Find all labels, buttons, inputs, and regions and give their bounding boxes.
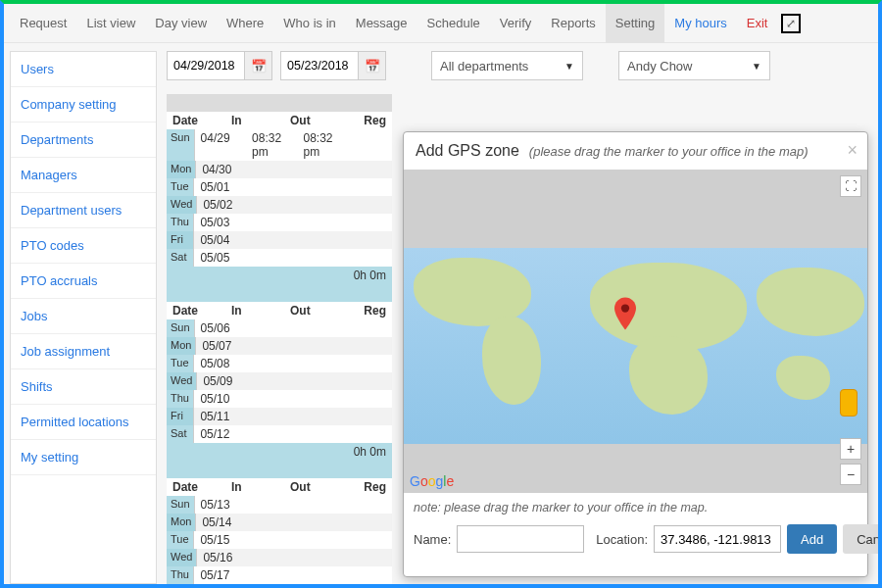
nav-exit[interactable]: Exit [737, 4, 778, 43]
nav-message[interactable]: Message [346, 4, 417, 43]
nav-where[interactable]: Where [217, 4, 273, 43]
week-summary: 0h 0m [167, 267, 392, 284]
nav-day-view[interactable]: Day view [145, 4, 217, 43]
sidebar-item-pto-accruals[interactable]: PTO accruals [11, 264, 156, 299]
table-row[interactable]: Fri05/11 [167, 408, 392, 425]
sidebar-item-shifts[interactable]: Shifts [11, 369, 156, 405]
app-frame: RequestList viewDay viewWhereWho is inMe… [0, 0, 882, 588]
date-from-input[interactable] [168, 52, 244, 79]
sidebar-item-departments[interactable]: Departments [11, 122, 156, 158]
date-to-input[interactable] [281, 52, 358, 79]
zoom-in-button[interactable]: + [840, 438, 861, 460]
google-logo: Google [410, 473, 454, 489]
close-icon[interactable]: × [847, 140, 858, 161]
table-row[interactable]: Wed05/16 [167, 549, 392, 566]
fullscreen-icon[interactable]: ⛶ [840, 175, 861, 197]
calendar-icon[interactable]: 📅 [358, 52, 385, 79]
timesheet-grid: DateInOutRegSun04/2908:32 pm08:32 pmMon0… [167, 94, 392, 588]
sidebar: UsersCompany settingDepartmentsManagersD… [10, 51, 157, 584]
modal-title: Add GPS zone [416, 142, 519, 160]
modal-header: Add GPS zone (please drag the marker to … [404, 132, 867, 170]
zoom-out-button[interactable]: − [840, 464, 861, 485]
table-row[interactable]: Thu05/03 [167, 214, 392, 231]
sidebar-item-pto-codes[interactable]: PTO codes [11, 228, 156, 264]
sidebar-item-managers[interactable]: Managers [11, 158, 156, 193]
table-row[interactable]: Sun04/2908:32 pm08:32 pm [167, 129, 392, 161]
table-row[interactable]: Tue05/08 [167, 355, 392, 372]
table-row[interactable]: Thu05/17 [167, 566, 392, 584]
sidebar-item-department-users[interactable]: Department users [11, 193, 156, 228]
nav-verify[interactable]: Verify [490, 4, 542, 43]
location-input[interactable] [654, 525, 781, 553]
table-row[interactable]: Wed05/02 [167, 196, 392, 214]
add-button[interactable]: Add [787, 524, 837, 554]
sidebar-item-job-assignment[interactable]: Job assignment [11, 334, 156, 369]
expand-icon[interactable]: ⤢ [781, 14, 801, 33]
nav-reports[interactable]: Reports [541, 4, 606, 43]
map-marker[interactable] [614, 297, 636, 333]
department-value: All departments [440, 59, 528, 74]
map-controls: + − [840, 389, 861, 485]
zone-name-input[interactable] [457, 525, 584, 553]
date-to: 📅 [280, 51, 386, 80]
modal-form: Name: Location: Add Cancel [414, 524, 858, 554]
nav-setting[interactable]: Setting [606, 4, 664, 43]
nav-list-view[interactable]: List view [76, 4, 145, 43]
sidebar-item-users[interactable]: Users [11, 52, 156, 87]
name-label: Name: [414, 532, 451, 547]
table-row[interactable]: Tue05/01 [167, 178, 392, 196]
sidebar-item-jobs[interactable]: Jobs [11, 299, 156, 334]
table-row[interactable]: Sun05/13 [167, 496, 392, 514]
table-row[interactable]: Wed05/09 [167, 372, 392, 390]
nav-schedule[interactable]: Schedule [417, 4, 490, 43]
user-value: Andy Chow [627, 59, 692, 74]
table-row[interactable]: Mon05/07 [167, 337, 392, 355]
calendar-icon[interactable]: 📅 [244, 52, 271, 79]
sidebar-item-permitted-locations[interactable]: Permitted locations [11, 405, 156, 440]
table-row[interactable]: Mon04/30 [167, 161, 392, 178]
nav-request[interactable]: Request [10, 4, 76, 43]
gps-zone-modal: × Add GPS zone (please drag the marker t… [403, 131, 868, 577]
pegman-icon[interactable] [840, 389, 858, 416]
table-row[interactable]: Thu05/10 [167, 390, 392, 408]
chevron-down-icon: ▼ [752, 61, 761, 72]
table-row[interactable]: Sat05/05 [167, 249, 392, 267]
grid-header-row: DateInOutReg [167, 112, 392, 129]
svg-point-0 [621, 304, 629, 312]
grid-header-row: DateInOutReg [167, 478, 392, 496]
department-select[interactable]: All departments ▼ [431, 51, 583, 80]
location-label: Location: [596, 532, 648, 547]
grid-header-row: DateInOutReg [167, 302, 392, 319]
date-from: 📅 [167, 51, 272, 80]
modal-note: note: please drag the marker to your off… [414, 501, 858, 514]
nav-my-hours[interactable]: My hours [664, 4, 736, 43]
modal-footer: note: please drag the marker to your off… [404, 493, 867, 564]
chevron-down-icon: ▼ [564, 61, 574, 72]
table-row[interactable]: Mon05/14 [167, 514, 392, 531]
sidebar-item-company-setting[interactable]: Company setting [11, 87, 156, 122]
modal-subtitle: (please drag the marker to your office i… [529, 144, 808, 159]
nav-who-is-in[interactable]: Who is in [273, 4, 345, 43]
week-summary: 0h 0m [167, 443, 392, 461]
table-row[interactable]: Sat05/12 [167, 425, 392, 443]
table-row[interactable]: Tue05/15 [167, 531, 392, 549]
map-canvas[interactable]: ⛶ + − Google [404, 170, 867, 493]
filter-bar: 📅 📅 All departments ▼ Andy Chow ▼ [167, 51, 872, 80]
top-nav: RequestList viewDay viewWhereWho is inMe… [4, 4, 878, 43]
table-row[interactable]: Fri05/04 [167, 231, 392, 249]
sidebar-item-my-setting[interactable]: My setting [11, 440, 156, 475]
cancel-button[interactable]: Cancel [843, 524, 882, 554]
table-row[interactable]: Sun05/06 [167, 319, 392, 337]
user-select[interactable]: Andy Chow ▼ [618, 51, 770, 80]
